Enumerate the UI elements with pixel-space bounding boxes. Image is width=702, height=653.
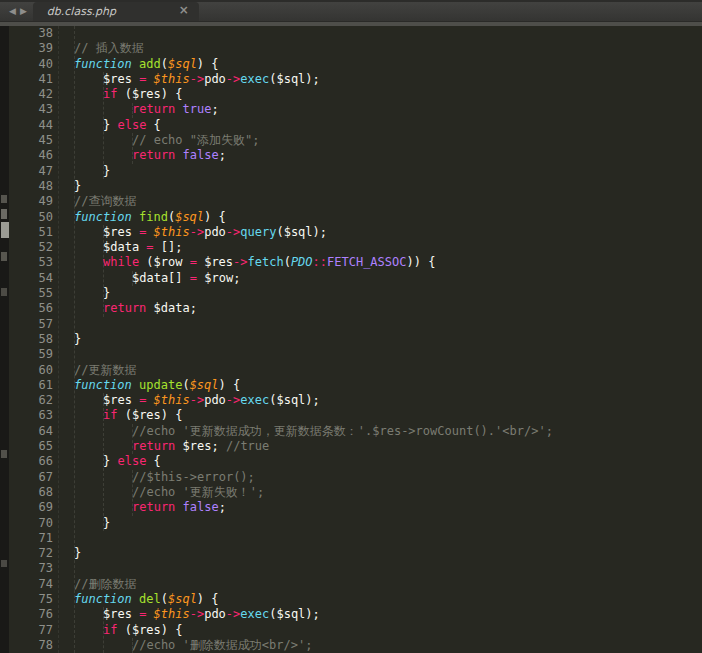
- code-text: if ($res) {: [45, 408, 182, 423]
- line-number: 67: [9, 470, 53, 485]
- code-line[interactable]: 46return false;: [0, 148, 702, 163]
- line-number: 39: [9, 41, 53, 56]
- line-number: 72: [9, 546, 53, 561]
- line-number: 66: [9, 454, 53, 469]
- line-number: 52: [9, 240, 53, 255]
- line-number: 70: [9, 516, 53, 531]
- code-line[interactable]: 71: [0, 531, 702, 546]
- code-line[interactable]: 43return true;: [0, 102, 702, 117]
- code-line[interactable]: 47}: [0, 164, 702, 179]
- line-number: 48: [9, 179, 53, 194]
- tab-nav-left-icon[interactable]: ◀: [9, 2, 16, 21]
- code-line[interactable]: 75function del($sql) {: [0, 592, 702, 607]
- code-line[interactable]: 59: [0, 347, 702, 362]
- code-text: $res = $this->pdo->exec($sql);: [45, 607, 320, 622]
- code-text: //删除数据: [45, 577, 136, 592]
- code-line[interactable]: 78//echo '删除数据成功<br/>';: [0, 638, 702, 653]
- code-line[interactable]: 56return $data;: [0, 301, 702, 316]
- code-text: function del($sql) {: [45, 592, 219, 607]
- code-line[interactable]: 44} else {: [0, 118, 702, 133]
- code-line[interactable]: 66} else {: [0, 454, 702, 469]
- line-number: 47: [9, 164, 53, 179]
- code-line[interactable]: 62$res = $this->pdo->exec($sql);: [0, 393, 702, 408]
- code-line[interactable]: 63if ($res) {: [0, 408, 702, 423]
- line-number: 57: [9, 317, 53, 332]
- line-number: 78: [9, 638, 53, 653]
- code-line[interactable]: 39// 插入数据: [0, 41, 702, 56]
- code-line[interactable]: 38: [0, 26, 702, 41]
- code-editor[interactable]: 3839// 插入数据40function add($sql) {41$res …: [0, 26, 702, 653]
- code-line[interactable]: 68//echo '更新失败！';: [0, 485, 702, 500]
- code-text: //echo '删除数据成功<br/>';: [45, 638, 312, 653]
- code-line[interactable]: 48}: [0, 179, 702, 194]
- code-line[interactable]: 55}: [0, 286, 702, 301]
- line-number: 50: [9, 210, 53, 225]
- line-number: 41: [9, 72, 53, 87]
- code-text: $data[] = $row;: [45, 271, 240, 286]
- line-number: 42: [9, 87, 53, 102]
- line-number: 63: [9, 408, 53, 423]
- code-line[interactable]: 60//更新数据: [0, 363, 702, 378]
- line-number: 43: [9, 102, 53, 117]
- code-line[interactable]: 77if ($res) {: [0, 623, 702, 638]
- code-lines: 3839// 插入数据40function add($sql) {41$res …: [0, 26, 702, 653]
- code-text: if ($res) {: [45, 87, 182, 102]
- code-line[interactable]: 41$res = $this->pdo->exec($sql);: [0, 72, 702, 87]
- line-number: 62: [9, 393, 53, 408]
- code-line[interactable]: 58}: [0, 332, 702, 347]
- code-text: //echo '更新数据成功，更新数据条数：'.$res->rowCount()…: [45, 424, 553, 439]
- line-number: 54: [9, 271, 53, 286]
- line-number: 65: [9, 439, 53, 454]
- code-line[interactable]: 61function update($sql) {: [0, 378, 702, 393]
- code-line[interactable]: 50function find($sql) {: [0, 210, 702, 225]
- code-text: }: [45, 286, 110, 301]
- code-line[interactable]: 42if ($res) {: [0, 87, 702, 102]
- code-text: while ($row = $res->fetch(PDO::FETCH_ASS…: [45, 255, 435, 270]
- tab-db-class-php[interactable]: db.class.php ×: [33, 2, 199, 21]
- code-text: // 插入数据: [45, 41, 144, 56]
- code-line[interactable]: 70}: [0, 516, 702, 531]
- code-text: $data = [];: [45, 240, 183, 255]
- tab-title: db.class.php: [33, 5, 116, 18]
- code-text: } else {: [45, 454, 161, 469]
- code-text: //查询数据: [45, 194, 136, 209]
- tab-close-icon[interactable]: ×: [179, 3, 189, 17]
- line-number: 60: [9, 363, 53, 378]
- code-text: //$this->error();: [45, 470, 255, 485]
- code-line[interactable]: 65return $res; //true: [0, 439, 702, 454]
- code-line[interactable]: 69return false;: [0, 500, 702, 515]
- code-text: $res = $this->pdo->exec($sql);: [45, 72, 320, 87]
- code-line[interactable]: 74//删除数据: [0, 577, 702, 592]
- code-text: return $data;: [45, 301, 197, 316]
- line-number: 40: [9, 57, 53, 72]
- code-line[interactable]: 76$res = $this->pdo->exec($sql);: [0, 607, 702, 622]
- line-number: 46: [9, 148, 53, 163]
- code-text: function add($sql) {: [45, 57, 219, 72]
- tab-nav-right-icon[interactable]: ▶: [20, 2, 27, 21]
- tab-bar: ◀ ▶ db.class.php ×: [0, 0, 702, 21]
- code-text: if ($res) {: [45, 623, 182, 638]
- code-line[interactable]: 73: [0, 561, 702, 576]
- line-number: 55: [9, 286, 53, 301]
- line-number: 53: [9, 255, 53, 270]
- code-line[interactable]: 72}: [0, 546, 702, 561]
- code-line[interactable]: 52$data = [];: [0, 240, 702, 255]
- code-line[interactable]: 54$data[] = $row;: [0, 271, 702, 286]
- code-text: }: [45, 164, 110, 179]
- code-text: return true;: [45, 102, 219, 117]
- line-number: 71: [9, 531, 53, 546]
- line-number: 45: [9, 133, 53, 148]
- code-text: return false;: [45, 500, 226, 515]
- code-line[interactable]: 53while ($row = $res->fetch(PDO::FETCH_A…: [0, 255, 702, 270]
- code-line[interactable]: 67//$this->error();: [0, 470, 702, 485]
- line-number: 77: [9, 623, 53, 638]
- code-line[interactable]: 64//echo '更新数据成功，更新数据条数：'.$res->rowCount…: [0, 424, 702, 439]
- tab-nav-arrows: ◀ ▶: [0, 2, 33, 21]
- code-line[interactable]: 51$res = $this->pdo->query($sql);: [0, 225, 702, 240]
- code-line[interactable]: 49//查询数据: [0, 194, 702, 209]
- code-line[interactable]: 40function add($sql) {: [0, 57, 702, 72]
- code-text: $res = $this->pdo->query($sql);: [45, 225, 327, 240]
- code-line[interactable]: 57: [0, 317, 702, 332]
- line-number: 59: [9, 347, 53, 362]
- code-line[interactable]: 45// echo "添加失败";: [0, 133, 702, 148]
